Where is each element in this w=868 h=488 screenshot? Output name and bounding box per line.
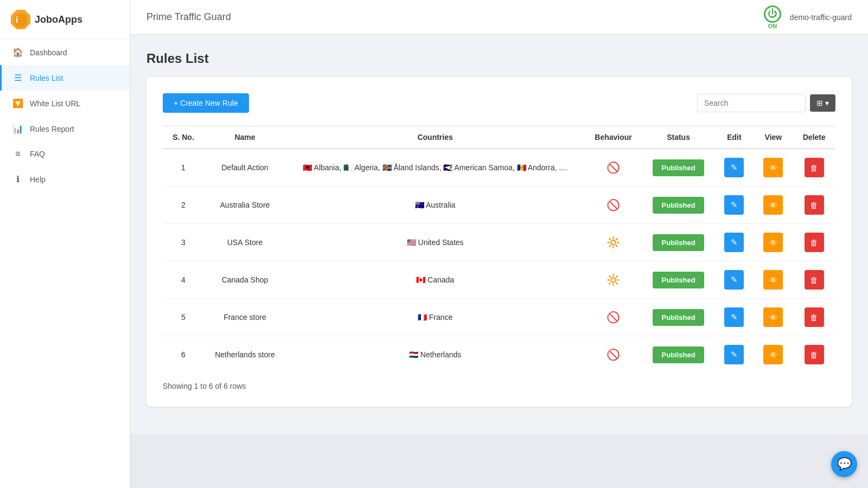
cell-status: Published bbox=[642, 149, 715, 187]
cell-name: Australia Store bbox=[204, 187, 286, 224]
ban-icon: 🚫 bbox=[607, 349, 620, 361]
ban-icon: 🚫 bbox=[607, 199, 620, 211]
sidebar-item-rules-report[interactable]: 📊 Rules Report bbox=[0, 116, 130, 142]
view-button[interactable]: 👁 bbox=[763, 233, 783, 252]
logo-text: JoboApps bbox=[35, 14, 82, 25]
cell-delete: 🗑 bbox=[793, 299, 835, 336]
svg-text:i: i bbox=[16, 15, 18, 24]
cell-delete: 🗑 bbox=[793, 336, 835, 374]
view-button[interactable]: 👁 bbox=[763, 345, 783, 364]
col-sno: S. No. bbox=[163, 126, 204, 149]
cell-view: 👁 bbox=[754, 261, 793, 299]
cell-countries: 🇺🇸 United States bbox=[286, 224, 584, 261]
sidebar-item-label: Help bbox=[30, 175, 46, 184]
cell-view: 👁 bbox=[754, 224, 793, 261]
cell-delete: 🗑 bbox=[793, 224, 835, 261]
sidebar-nav: 🏠 Dashboard ☰ Rules List 🔽 White List UR… bbox=[0, 40, 130, 192]
delete-button[interactable]: 🗑 bbox=[805, 270, 824, 290]
published-button[interactable]: Published bbox=[653, 197, 704, 214]
sidebar-item-dashboard[interactable]: 🏠 Dashboard bbox=[0, 40, 130, 65]
sidebar-item-white-list-url[interactable]: 🔽 White List URL bbox=[0, 91, 130, 116]
edit-button[interactable]: ✎ bbox=[724, 345, 744, 364]
search-input[interactable] bbox=[697, 94, 806, 112]
col-view: View bbox=[754, 126, 793, 149]
view-toggle-button[interactable]: ⊞ ▾ bbox=[810, 94, 835, 112]
cell-countries: 🇫🇷 France bbox=[286, 299, 584, 336]
cell-edit: ✎ bbox=[714, 299, 754, 336]
rules-card: + Create New Rule ⊞ ▾ S. No. Name Countr… bbox=[146, 77, 852, 407]
power-button[interactable]: ⏻ ON bbox=[764, 5, 781, 29]
cell-status: Published bbox=[642, 299, 715, 336]
sidebar-item-help[interactable]: ℹ Help bbox=[0, 166, 130, 192]
delete-button[interactable]: 🗑 bbox=[805, 158, 824, 177]
view-button[interactable]: 👁 bbox=[763, 158, 783, 177]
published-button[interactable]: Published bbox=[653, 272, 704, 288]
cell-view: 👁 bbox=[754, 149, 793, 187]
create-new-rule-button[interactable]: + Create New Rule bbox=[163, 93, 249, 113]
delete-button[interactable]: 🗑 bbox=[805, 307, 824, 327]
power-label: ON bbox=[768, 23, 777, 29]
logo-icon: i bbox=[11, 10, 30, 29]
rules-table: S. No. Name Countries Behaviour Status E… bbox=[163, 126, 835, 373]
cell-name: USA Store bbox=[204, 224, 286, 261]
edit-button[interactable]: ✎ bbox=[724, 233, 744, 252]
footer-area bbox=[130, 434, 868, 488]
header: Prime Traffic Guard ⏻ ON demo-traffic-gu… bbox=[130, 0, 868, 35]
redirect-icon: 🔆 bbox=[607, 236, 620, 248]
cell-edit: ✎ bbox=[714, 224, 754, 261]
chat-bubble-button[interactable]: 💬 bbox=[831, 451, 857, 477]
cell-status: Published bbox=[642, 187, 715, 224]
cell-countries: 🇦🇺 Australia bbox=[286, 187, 584, 224]
sidebar-item-faq[interactable]: ≡ FAQ bbox=[0, 142, 130, 166]
edit-button[interactable]: ✎ bbox=[724, 270, 744, 290]
published-button[interactable]: Published bbox=[653, 346, 704, 363]
sidebar-item-label: Rules List bbox=[30, 74, 63, 82]
content-area: Rules List + Create New Rule ⊞ ▾ S. No. … bbox=[130, 35, 868, 434]
table-row: 1Default Action🇦🇱 Albania, 🇩🇿 Algeria, 🇦… bbox=[163, 149, 835, 187]
delete-button[interactable]: 🗑 bbox=[805, 233, 824, 252]
card-toolbar: + Create New Rule ⊞ ▾ bbox=[163, 93, 835, 113]
sidebar-item-label: Dashboard bbox=[30, 48, 67, 57]
info-icon: ℹ bbox=[12, 174, 23, 184]
cell-delete: 🗑 bbox=[793, 187, 835, 224]
cell-sno: 6 bbox=[163, 336, 204, 374]
cell-status: Published bbox=[642, 336, 715, 374]
sidebar-item-rules-list[interactable]: ☰ Rules List bbox=[0, 65, 130, 91]
header-right: ⏻ ON demo-traffic-guard bbox=[764, 5, 852, 29]
edit-button[interactable]: ✎ bbox=[724, 158, 744, 177]
cell-view: 👁 bbox=[754, 299, 793, 336]
cell-edit: ✎ bbox=[714, 149, 754, 187]
cell-status: Published bbox=[642, 261, 715, 299]
published-button[interactable]: Published bbox=[653, 309, 704, 326]
cell-name: France store bbox=[204, 299, 286, 336]
cell-name: Canada Shop bbox=[204, 261, 286, 299]
cell-edit: ✎ bbox=[714, 187, 754, 224]
cell-edit: ✎ bbox=[714, 261, 754, 299]
table-row: 3USA Store🇺🇸 United States🔆Published✎👁🗑 bbox=[163, 224, 835, 261]
cell-view: 👁 bbox=[754, 336, 793, 374]
sidebar-item-label: FAQ bbox=[30, 150, 45, 158]
cell-view: 👁 bbox=[754, 187, 793, 224]
sidebar-item-label: White List URL bbox=[30, 99, 80, 108]
cell-behaviour: 🚫 bbox=[584, 299, 642, 336]
edit-button[interactable]: ✎ bbox=[724, 195, 744, 215]
filter-icon: 🔽 bbox=[12, 98, 23, 108]
delete-button[interactable]: 🗑 bbox=[805, 195, 824, 215]
published-button[interactable]: Published bbox=[653, 159, 704, 176]
cell-name: Default Action bbox=[204, 149, 286, 187]
view-button[interactable]: 👁 bbox=[763, 307, 783, 327]
cell-behaviour: 🚫 bbox=[584, 336, 642, 374]
cell-delete: 🗑 bbox=[793, 149, 835, 187]
published-button[interactable]: Published bbox=[653, 234, 704, 251]
view-button[interactable]: 👁 bbox=[763, 270, 783, 290]
view-button[interactable]: 👁 bbox=[763, 195, 783, 215]
main-area: Prime Traffic Guard ⏻ ON demo-traffic-gu… bbox=[130, 0, 868, 488]
redirect-icon: 🔆 bbox=[607, 274, 620, 286]
edit-button[interactable]: ✎ bbox=[724, 307, 744, 327]
col-behaviour: Behaviour bbox=[584, 126, 642, 149]
cell-sno: 2 bbox=[163, 187, 204, 224]
cell-behaviour: 🚫 bbox=[584, 187, 642, 224]
delete-button[interactable]: 🗑 bbox=[805, 345, 824, 364]
ban-icon: 🚫 bbox=[607, 311, 620, 323]
cell-edit: ✎ bbox=[714, 336, 754, 374]
